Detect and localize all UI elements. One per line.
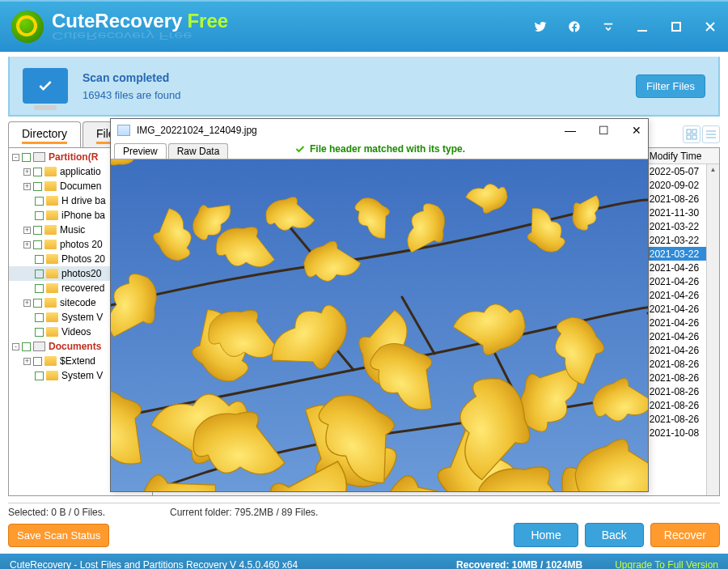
svg-rect-4 xyxy=(687,130,691,134)
preview-tab-rawdata[interactable]: Raw Data xyxy=(168,143,229,159)
check-icon xyxy=(294,144,307,154)
footer: CuteRecovery - Lost Files and Partitions… xyxy=(0,554,728,569)
status-bar: Scan completed 16943 files are found Fil… xyxy=(8,57,720,117)
info-row: Selected: 0 B / 0 Files. Current folder:… xyxy=(8,503,720,518)
info-selected: Selected: 0 B / 0 Files. xyxy=(8,507,170,518)
minimize-icon[interactable] xyxy=(636,20,649,33)
svg-rect-6 xyxy=(687,135,691,139)
preview-status: File header matched with its type. xyxy=(294,143,465,155)
svg-rect-5 xyxy=(692,130,696,134)
image-file-icon xyxy=(117,125,130,136)
preview-tab-preview[interactable]: Preview xyxy=(114,143,167,159)
back-button[interactable]: Back xyxy=(585,523,644,547)
footer-version: CuteRecovery - Lost Files and Partitions… xyxy=(10,559,298,569)
view-list-icon[interactable] xyxy=(702,125,720,143)
status-title: Scan completed xyxy=(83,71,180,84)
save-scan-status-button[interactable]: Save Scan Status xyxy=(8,524,109,547)
svg-rect-1 xyxy=(672,23,680,31)
tab-directory[interactable]: Directory xyxy=(8,121,81,147)
home-button[interactable]: Home xyxy=(514,523,578,547)
app-name: CuteRecoveryFree CuteRecovery Free xyxy=(52,10,228,45)
app-name-sub: Free xyxy=(187,10,228,32)
filter-files-button[interactable]: Filter Files xyxy=(636,74,705,98)
app-name-reflection: CuteRecovery Free xyxy=(52,29,228,40)
preview-status-label: File header matched with its type. xyxy=(310,143,465,155)
preview-minimize-icon[interactable]: — xyxy=(565,124,576,137)
footer-recovered: Recovered: 10MB / 1024MB xyxy=(456,559,582,569)
app-logo-icon xyxy=(11,11,44,43)
status-count: 16943 files are found xyxy=(83,89,180,101)
col-modify-header[interactable]: Modify Time xyxy=(650,151,719,162)
preview-image xyxy=(111,159,648,491)
recover-button[interactable]: Recover xyxy=(650,523,720,547)
monitor-check-icon xyxy=(23,68,68,104)
upgrade-link[interactable]: Upgrade To Full Version xyxy=(615,559,718,569)
tab-directory-label: Directory xyxy=(22,127,67,140)
maximize-icon[interactable] xyxy=(670,20,683,33)
app-name-main: CuteRecovery xyxy=(52,10,182,32)
preview-filename: IMG_20221024_124049.jpg xyxy=(137,125,257,136)
scrollbar[interactable] xyxy=(706,164,719,495)
preview-close-icon[interactable]: ✕ xyxy=(632,124,641,137)
window-controls xyxy=(534,20,717,33)
view-grid-icon[interactable] xyxy=(683,125,700,143)
close-icon[interactable] xyxy=(704,20,717,33)
action-row: Save Scan Status Home Back Recover xyxy=(8,523,720,547)
svg-rect-7 xyxy=(692,135,696,139)
info-current: Current folder: 795.2MB / 89 Files. xyxy=(170,507,318,518)
twitter-icon[interactable] xyxy=(534,20,547,33)
dropdown-icon[interactable] xyxy=(602,20,615,33)
preview-window: IMG_20221024_124049.jpg — ☐ ✕ Preview Ra… xyxy=(110,118,649,492)
preview-maximize-icon[interactable]: ☐ xyxy=(599,124,609,137)
preview-titlebar[interactable]: IMG_20221024_124049.jpg — ☐ ✕ xyxy=(111,119,648,142)
preview-tabs: Preview Raw Data File header matched wit… xyxy=(111,142,648,159)
facebook-icon[interactable] xyxy=(568,20,581,33)
titlebar: CuteRecoveryFree CuteRecovery Free xyxy=(0,0,728,52)
